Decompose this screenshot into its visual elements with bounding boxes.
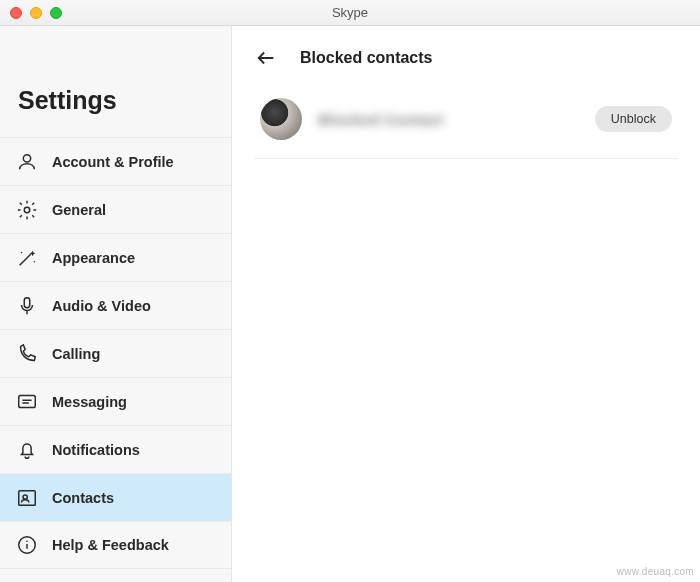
sidebar-item-label: Help & Feedback xyxy=(52,537,169,553)
page-title: Blocked contacts xyxy=(300,49,432,67)
sidebar-item-appearance[interactable]: Appearance xyxy=(0,233,231,281)
back-button[interactable] xyxy=(254,46,278,70)
sidebar-item-calling[interactable]: Calling xyxy=(0,329,231,377)
window-titlebar: Skype xyxy=(0,0,700,26)
svg-rect-5 xyxy=(19,395,36,407)
blocked-contact-row: Blocked Contact Unblock xyxy=(254,88,678,159)
person-icon xyxy=(16,151,38,173)
phone-icon xyxy=(16,343,38,365)
sidebar-item-label: General xyxy=(52,202,106,218)
maximize-window-button[interactable] xyxy=(50,7,62,19)
close-window-button[interactable] xyxy=(10,7,22,19)
bell-icon xyxy=(16,439,38,461)
sidebar-item-audio-video[interactable]: Audio & Video xyxy=(0,281,231,329)
gear-icon xyxy=(16,199,38,221)
microphone-icon xyxy=(16,295,38,317)
sidebar-item-help-feedback[interactable]: Help & Feedback xyxy=(0,521,231,569)
svg-point-1 xyxy=(24,207,30,213)
content-pane: Blocked contacts Blocked Contact Unblock xyxy=(232,26,700,582)
sidebar-item-contacts[interactable]: Contacts xyxy=(0,473,231,521)
svg-rect-4 xyxy=(24,297,30,307)
settings-sidebar: Settings Account & Profile General Appea… xyxy=(0,26,232,582)
sidebar-item-label: Audio & Video xyxy=(52,298,151,314)
svg-point-3 xyxy=(34,260,35,261)
sidebar-item-general[interactable]: General xyxy=(0,185,231,233)
avatar xyxy=(260,98,302,140)
sidebar-item-label: Contacts xyxy=(52,490,114,506)
sidebar-item-label: Notifications xyxy=(52,442,140,458)
sidebar-item-label: Account & Profile xyxy=(52,154,174,170)
watermark: www.deuaq.com xyxy=(617,566,694,577)
sidebar-item-account-profile[interactable]: Account & Profile xyxy=(0,137,231,185)
unblock-button[interactable]: Unblock xyxy=(595,106,672,132)
sidebar-item-label: Messaging xyxy=(52,394,127,410)
svg-point-2 xyxy=(21,251,22,252)
settings-heading: Settings xyxy=(0,26,231,137)
sidebar-item-label: Calling xyxy=(52,346,100,362)
info-icon xyxy=(16,534,38,556)
svg-point-7 xyxy=(23,494,27,498)
svg-point-0 xyxy=(23,154,30,161)
svg-point-9 xyxy=(26,541,28,543)
contacts-icon xyxy=(16,487,38,509)
magic-wand-icon xyxy=(16,247,38,269)
sidebar-item-label: Appearance xyxy=(52,250,135,266)
sidebar-item-notifications[interactable]: Notifications xyxy=(0,425,231,473)
window-title: Skype xyxy=(0,5,700,20)
minimize-window-button[interactable] xyxy=(30,7,42,19)
sidebar-item-messaging[interactable]: Messaging xyxy=(0,377,231,425)
message-icon xyxy=(16,391,38,413)
contact-name: Blocked Contact xyxy=(318,111,444,128)
window-controls xyxy=(0,7,62,19)
